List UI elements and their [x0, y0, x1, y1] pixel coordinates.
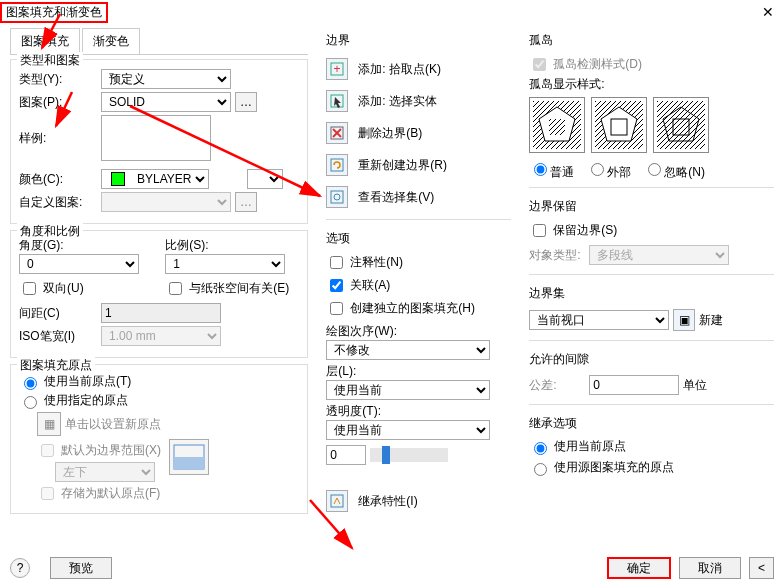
- close-icon[interactable]: ✕: [762, 4, 774, 20]
- inherit-source-label: 使用源图案填充的原点: [554, 459, 674, 476]
- svg-rect-1: [174, 457, 204, 469]
- island-normal-radio[interactable]: [534, 163, 547, 176]
- retain-boundary-checkbox[interactable]: [533, 224, 546, 237]
- bidir-label: 双向(U): [43, 280, 84, 297]
- color-shade-select[interactable]: [247, 169, 283, 189]
- inherit-icon[interactable]: [326, 490, 348, 512]
- inherit-label[interactable]: 继承特性(I): [358, 493, 417, 510]
- set-origin-label: 单击以设置新原点: [65, 416, 161, 433]
- inherit-current-label: 使用当前原点: [554, 438, 626, 455]
- svg-point-10: [334, 194, 340, 200]
- add-select-label[interactable]: 添加: 选择实体: [358, 93, 437, 110]
- pattern-browse-button[interactable]: …: [235, 92, 257, 112]
- custom-browse-button: …: [235, 192, 257, 212]
- default-bound-checkbox: [41, 444, 54, 457]
- draworder-select[interactable]: 不修改: [326, 340, 490, 360]
- island-title: 孤岛: [529, 32, 774, 49]
- retain-boundary-label: 保留边界(S): [553, 222, 617, 239]
- inherit-current-radio[interactable]: [534, 442, 547, 455]
- iso-select[interactable]: 1.00 mm: [101, 326, 221, 346]
- svg-text:+: +: [334, 62, 341, 76]
- add-select-icon[interactable]: [326, 90, 348, 112]
- svg-rect-9: [331, 191, 343, 203]
- origin-pos-select: 左下: [55, 462, 155, 482]
- inherit-source-radio[interactable]: [534, 463, 547, 476]
- annotative-checkbox[interactable]: [330, 256, 343, 269]
- transparency-label: 透明度(T):: [326, 403, 511, 420]
- delete-boundary-icon[interactable]: [326, 122, 348, 144]
- objtype-select: 多段线: [589, 245, 729, 265]
- help-icon[interactable]: ?: [10, 558, 30, 578]
- svg-rect-11: [331, 495, 343, 507]
- options-title: 选项: [326, 230, 511, 247]
- independent-label: 创建独立的图案填充(H): [350, 300, 475, 317]
- inherit-options-title: 继承选项: [529, 415, 774, 432]
- use-spec-origin-label: 使用指定的原点: [44, 392, 128, 409]
- island-outer-icon[interactable]: [591, 97, 647, 153]
- recreate-boundary-icon[interactable]: [326, 154, 348, 176]
- angle-select[interactable]: 0: [19, 254, 139, 274]
- layer-select[interactable]: 使用当前: [326, 380, 490, 400]
- pattern-select[interactable]: SOLID: [101, 92, 231, 112]
- transparency-input[interactable]: [326, 445, 366, 465]
- use-current-origin-label: 使用当前原点(T): [44, 373, 131, 390]
- associative-label: 关联(A): [350, 277, 390, 294]
- angle-label: 角度(G):: [19, 238, 64, 252]
- type-label: 类型(Y):: [19, 71, 97, 88]
- add-pick-icon[interactable]: +: [326, 58, 348, 80]
- custom-pattern-label: 自定义图案:: [19, 194, 97, 211]
- view-selection-icon[interactable]: [326, 186, 348, 208]
- collapse-button[interactable]: <: [749, 557, 774, 579]
- use-current-origin-radio[interactable]: [24, 377, 37, 390]
- view-selection-label[interactable]: 查看选择集(V): [358, 189, 434, 206]
- paperspace-checkbox[interactable]: [169, 282, 182, 295]
- bidir-checkbox[interactable]: [23, 282, 36, 295]
- annotative-label: 注释性(N): [350, 254, 403, 271]
- tolerance-label: 公差:: [529, 377, 585, 394]
- independent-checkbox[interactable]: [330, 302, 343, 315]
- sample-swatch: [101, 115, 211, 161]
- delete-boundary-label[interactable]: 删除边界(B): [358, 125, 422, 142]
- tolerance-unit: 单位: [683, 377, 707, 394]
- use-spec-origin-radio[interactable]: [24, 396, 37, 409]
- preview-button[interactable]: 预览: [50, 557, 112, 579]
- type-select[interactable]: 预定义: [101, 69, 231, 89]
- retain-title: 边界保留: [529, 198, 774, 215]
- color-swatch-icon: [111, 172, 125, 186]
- origin-group: 图案填充原点 使用当前原点(T) 使用指定的原点 ▦单击以设置新原点 默认为边界…: [10, 364, 308, 514]
- iso-label: ISO笔宽(I): [19, 328, 97, 345]
- scale-select[interactable]: 1: [165, 254, 285, 274]
- layer-label: 层(L):: [326, 363, 511, 380]
- associative-checkbox[interactable]: [330, 279, 343, 292]
- boundary-title: 边界: [326, 32, 511, 49]
- boundary-set-select[interactable]: 当前视口: [529, 310, 669, 330]
- tolerance-input[interactable]: [589, 375, 679, 395]
- type-pattern-group: 类型和图案 类型(Y): 预定义 图案(P): SOLID … 样例: 颜色(C…: [10, 59, 308, 224]
- custom-pattern-select[interactable]: [101, 192, 231, 212]
- transparency-select[interactable]: 使用当前: [326, 420, 490, 440]
- island-ignore-radio[interactable]: [648, 163, 661, 176]
- gap-input[interactable]: [101, 303, 221, 323]
- set-origin-button: ▦: [37, 412, 61, 436]
- tab-hatch[interactable]: 图案填充: [10, 28, 80, 54]
- boundary-set-new-icon[interactable]: ▣: [673, 309, 695, 331]
- island-outer-radio[interactable]: [591, 163, 604, 176]
- group-title: 图案填充原点: [17, 357, 95, 374]
- island-ignore-icon[interactable]: [653, 97, 709, 153]
- recreate-boundary-label[interactable]: 重新创建边界(R): [358, 157, 447, 174]
- boundary-set-new-label[interactable]: 新建: [699, 312, 723, 329]
- add-pick-label[interactable]: 添加: 拾取点(K): [358, 61, 441, 78]
- svg-rect-17: [611, 119, 627, 135]
- color-value: BYLAYER: [137, 172, 191, 186]
- island-ignore-label: 忽略(N): [664, 165, 705, 179]
- draworder-label: 绘图次序(W):: [326, 323, 511, 340]
- ok-button[interactable]: 确定: [607, 557, 671, 579]
- island-detect-label: 孤岛检测样式(D): [553, 56, 642, 73]
- objtype-label: 对象类型:: [529, 247, 585, 264]
- store-default-checkbox: [41, 487, 54, 500]
- paperspace-label: 与纸张空间有关(E): [189, 280, 289, 297]
- cancel-button[interactable]: 取消: [679, 557, 741, 579]
- island-normal-icon[interactable]: [529, 97, 585, 153]
- tab-gradient[interactable]: 渐变色: [82, 28, 140, 54]
- transparency-slider[interactable]: [370, 448, 448, 462]
